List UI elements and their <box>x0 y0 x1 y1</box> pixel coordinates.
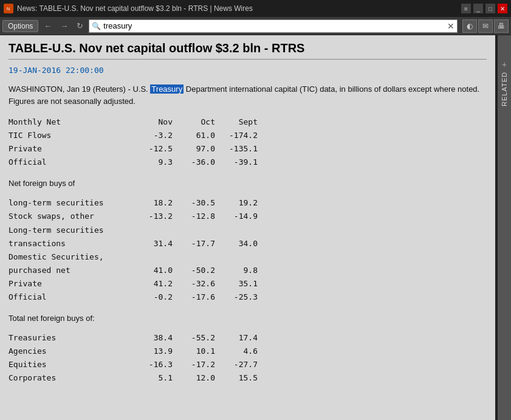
search-container: 🔍 ✕ <box>89 19 458 33</box>
window-controls: ≡ _ □ ✕ <box>461 4 507 13</box>
print-button[interactable]: 🖶 <box>494 19 509 33</box>
table-row: Private 41.2 -32.6 35.1 <box>9 277 487 291</box>
toolbar: Options ← → ↻ 🔍 ✕ ◐ ✉ 🖶 <box>0 17 511 35</box>
related-label[interactable]: RELATED <box>501 72 508 106</box>
title-bar: N News: TABLE-U.S. Nov net capital outfl… <box>0 0 511 17</box>
section3-data-table: Treasuries 38.4 -55.2 17.4 Agencies 13.9… <box>9 331 487 385</box>
sidebar-expand-arrow[interactable]: + <box>502 60 507 69</box>
search-icon: 🔍 <box>92 22 101 30</box>
theme-toggle-button[interactable]: ◐ <box>462 19 477 33</box>
article-body: WASHINGTON, Jan 19 (Reuters) - U.S. Trea… <box>9 83 487 107</box>
main-layout: TABLE-U.S. Nov net capital outflow $3.2 … <box>0 35 511 420</box>
col-oct-header: Oct <box>173 115 215 129</box>
table-row: long-term securities 18.2 -30.5 19.2 <box>9 196 487 210</box>
search-clear-button[interactable]: ✕ <box>447 21 454 31</box>
highlighted-word: Treasury <box>150 84 183 94</box>
table-row: Private -12.5 97.0 -135.1 <box>9 142 487 156</box>
table-row: Official 9.3 -36.0 -39.1 <box>9 156 487 169</box>
content-area[interactable]: TABLE-U.S. Nov net capital outflow $3.2 … <box>0 35 495 420</box>
refresh-button[interactable]: ↻ <box>74 20 86 32</box>
menu-button[interactable]: ≡ <box>461 4 471 13</box>
section2-label: Net foreign buys of <box>9 179 487 188</box>
table-row: Equities -16.3 -17.2 -27.7 <box>9 358 487 371</box>
email-button[interactable]: ✉ <box>478 19 493 33</box>
table-row: transactions 31.4 -17.7 34.0 <box>9 237 487 250</box>
minimize-button[interactable]: _ <box>473 4 483 13</box>
table-row: Treasuries 38.4 -55.2 17.4 <box>9 331 487 345</box>
col-nov-header: Nov <box>130 115 173 129</box>
article-headline: TABLE-U.S. Nov net capital outflow $3.2 … <box>9 41 487 60</box>
main-data-table: Monthly Net Nov Oct Sept TIC Flows -3.2 … <box>9 115 487 169</box>
toolbar-right-buttons: ◐ ✉ 🖶 <box>462 19 509 33</box>
restore-button[interactable]: □ <box>485 4 495 13</box>
table-row: Stock swaps, other -13.2 -12.8 -14.9 <box>9 210 487 223</box>
table-row: Domestic Securities, <box>9 250 487 264</box>
table-row: Agencies 13.9 10.1 4.6 <box>9 345 487 358</box>
table-row: Official -0.2 -17.6 -25.3 <box>9 291 487 304</box>
table-row: purchased net 41.0 -50.2 9.8 <box>9 264 487 277</box>
app-icon: N <box>4 4 13 13</box>
section3-label: Total net foreign buys of: <box>9 314 487 323</box>
section2-data-table: long-term securities 18.2 -30.5 19.2 Sto… <box>9 196 487 304</box>
options-button[interactable]: Options <box>2 20 38 32</box>
table-row-header: Monthly Net Nov Oct Sept <box>9 115 487 129</box>
col-label-header: Monthly Net <box>9 115 130 129</box>
article-date: 19-JAN-2016 22:00:00 <box>9 66 487 75</box>
svg-text:N: N <box>7 7 10 11</box>
table-row: Long-term securities <box>9 224 487 237</box>
back-button[interactable]: ← <box>41 20 55 32</box>
forward-button[interactable]: → <box>57 20 71 32</box>
close-button[interactable]: ✕ <box>498 4 507 13</box>
article-intro: WASHINGTON, Jan 19 (Reuters) - U.S. <box>9 84 148 94</box>
table-row: TIC Flows -3.2 61.0 -174.2 <box>9 129 487 142</box>
right-sidebar: + RELATED <box>498 35 511 420</box>
table-row: Corporates 5.1 12.0 15.5 <box>9 371 487 385</box>
window-title: News: TABLE-U.S. Nov net capital outflow… <box>17 4 458 13</box>
search-input[interactable] <box>103 21 445 30</box>
col-sept-header: Sept <box>215 115 258 129</box>
